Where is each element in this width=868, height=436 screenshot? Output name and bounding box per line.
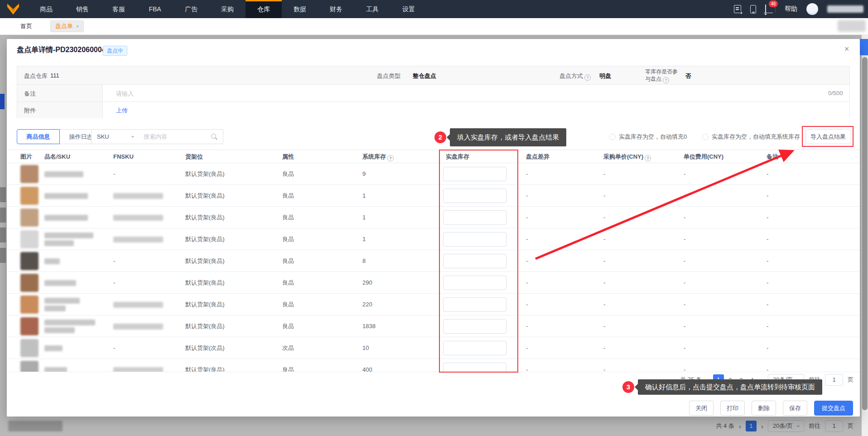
user-avatar[interactable]: [806, 3, 818, 15]
system-stock-cell: 8: [362, 250, 366, 272]
nav-item-工具[interactable]: 工具: [354, 0, 391, 18]
search-input[interactable]: [144, 130, 207, 143]
nav-item-数据[interactable]: 数据: [282, 0, 318, 18]
notifications[interactable]: 46: [765, 5, 766, 13]
actual-stock-input[interactable]: [443, 210, 506, 225]
table-row: -默认货架(良品)良品8----: [7, 250, 860, 272]
actual-stock-input[interactable]: [443, 254, 506, 268]
unit-fee-cell: -: [684, 337, 685, 359]
caret-down-icon: [131, 136, 135, 140]
shelf-cell: 默认货架(良品): [185, 294, 225, 315]
zero-stock-value: 否: [685, 72, 691, 80]
radio-fill-zero[interactable]: 实盘库存为空，自动填充0: [609, 129, 687, 144]
help-icon[interactable]: ?: [663, 77, 669, 83]
count-diff-cell: -: [526, 250, 528, 272]
goto-page-input[interactable]: 1: [825, 374, 843, 386]
system-stock-cell: 10: [362, 337, 369, 359]
count-diff-cell: -: [526, 163, 528, 185]
upload-link[interactable]: 上传: [116, 107, 128, 115]
product-name-redacted: [44, 359, 67, 372]
actual-stock-input[interactable]: [443, 276, 506, 290]
warehouse-value: 111: [50, 72, 59, 79]
product-name-redacted: [44, 250, 60, 272]
column-header: 品名/SKU: [44, 150, 70, 164]
nav-item-客服[interactable]: 客服: [101, 0, 137, 18]
actual-stock-input[interactable]: [443, 363, 506, 372]
remark-cell: -: [767, 185, 768, 207]
close-button[interactable]: 关闭: [689, 401, 714, 416]
mobile-app-icon[interactable]: [750, 5, 756, 14]
nav-item-采购[interactable]: 采购: [209, 0, 246, 18]
remark-input[interactable]: 请输入: [116, 90, 134, 98]
annotation-step-3-tooltip: 确认好信息后，点击提交盘点，盘点单流转到待审核页面: [638, 379, 822, 395]
system-stock-cell: 220: [362, 294, 372, 315]
search-icon[interactable]: [211, 134, 217, 140]
table-row: -默认货架(良品)良品290----: [7, 272, 860, 294]
fnsku-redacted: [113, 193, 163, 199]
product-name-redacted: [44, 272, 76, 294]
page-scrollbar-thumb[interactable]: [862, 57, 868, 410]
save-button[interactable]: 保存: [783, 401, 807, 416]
actual-stock-input[interactable]: [443, 167, 506, 181]
remark-cell: -: [767, 337, 768, 359]
tab-product-info[interactable]: 商品信息: [17, 129, 60, 144]
remark-cell: -: [767, 207, 768, 228]
radio-fill-system[interactable]: 实盘库存为空，自动填充系统库存: [702, 129, 800, 144]
submit-count-button[interactable]: 提交盘点: [814, 401, 853, 416]
purchase-price-cell: -: [603, 272, 605, 294]
nav-item-广告[interactable]: 广告: [173, 0, 209, 18]
actual-stock-input[interactable]: [443, 189, 506, 203]
unit-fee-cell: -: [684, 315, 685, 337]
product-image: [20, 317, 39, 335]
tab-inventory-count[interactable]: 盘点单 ×: [50, 20, 84, 32]
nav-item-销售[interactable]: 销售: [64, 0, 101, 18]
fnsku-cell: -: [113, 337, 115, 359]
tab-home[interactable]: 首页: [20, 22, 32, 30]
shelf-cell: 默认货架(良品): [185, 163, 225, 185]
help-link[interactable]: 帮助: [785, 5, 797, 13]
sku-filter-select[interactable]: SKU: [91, 129, 140, 144]
unit-fee-cell: -: [684, 250, 685, 272]
count-diff-cell: -: [526, 359, 528, 372]
tab-close-icon[interactable]: ×: [76, 24, 79, 29]
annotation-step-2-tooltip: 填入实盘库存，或者导入盘点结果: [450, 128, 566, 146]
count-type-label: 盘点类型: [377, 72, 400, 80]
help-icon[interactable]: ?: [645, 155, 651, 161]
actual-stock-input[interactable]: [443, 297, 506, 312]
work-order-icon[interactable]: +: [734, 5, 741, 13]
app-logo[interactable]: [0, 0, 26, 18]
table-row: 默认货架(良品)良品1----: [7, 185, 860, 207]
table-row: -默认货架(次品)次品10----: [7, 337, 860, 359]
column-header: 属性: [282, 150, 294, 164]
count-type-value: 整仓盘点: [413, 72, 436, 80]
side-panel-tab[interactable]: [859, 39, 868, 55]
delete-button[interactable]: 删除: [752, 401, 776, 416]
status-badge: 盘点中: [103, 46, 127, 56]
actual-stock-input[interactable]: [443, 319, 506, 334]
modal-close-icon[interactable]: ×: [840, 43, 853, 55]
system-stock-cell: 1: [362, 185, 366, 207]
nav-item-设置[interactable]: 设置: [391, 0, 427, 18]
shelf-cell: 默认货架(良品): [185, 250, 225, 272]
fnsku-cell: -: [113, 163, 115, 185]
nav-item-财务[interactable]: 财务: [318, 0, 354, 18]
product-name-redacted: [44, 294, 80, 315]
nav-item-FBA[interactable]: FBA: [137, 0, 173, 18]
print-button[interactable]: 打印: [720, 401, 745, 416]
unit-fee-cell: -: [684, 294, 685, 315]
help-icon[interactable]: ?: [387, 155, 394, 161]
username-redacted: [827, 5, 863, 13]
import-count-result-button[interactable]: 导入盘点结果: [805, 129, 851, 144]
purchase-price-cell: -: [603, 294, 605, 315]
help-icon[interactable]: ?: [584, 74, 591, 81]
count-method-label: 盘点方式?: [559, 72, 591, 81]
nav-item-仓库[interactable]: 仓库: [246, 0, 282, 18]
nav-item-商品[interactable]: 商品: [28, 0, 64, 18]
page-tabbar: 首页 盘点单 ×: [0, 18, 868, 35]
screen: 共 4 条 ‹ 1 › 20条/页 前往 1 页 商品销售客服FBA广告采购仓库…: [0, 0, 868, 436]
actual-stock-input[interactable]: [443, 341, 506, 355]
count-diff-cell: -: [526, 315, 528, 337]
annotation-step-2-circle: 2: [434, 131, 446, 143]
actual-stock-input[interactable]: [443, 232, 506, 247]
fnsku-cell: -: [113, 272, 115, 294]
